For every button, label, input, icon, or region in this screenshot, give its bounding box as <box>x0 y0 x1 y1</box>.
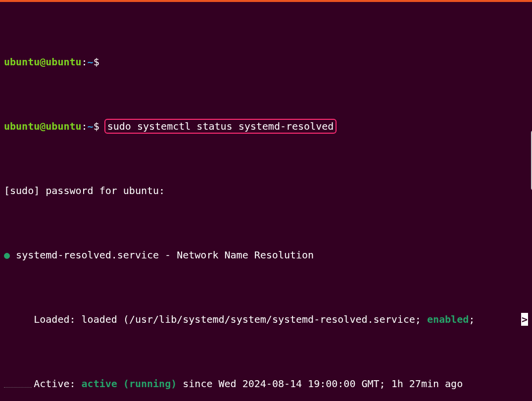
overflow-icon: > <box>521 313 528 326</box>
active-label: Active: <box>34 377 75 390</box>
loaded-row: Loaded: loaded (/usr/lib/systemd/system/… <box>4 313 528 326</box>
dollar-icon: $ <box>94 120 99 133</box>
prompt-path: ~ <box>88 55 94 68</box>
terminal[interactable]: ubuntu@ubuntu:~$ ubuntu@ubuntu:~$ sudo s… <box>0 0 532 401</box>
prompt-at-icon: @ <box>40 120 46 133</box>
sudo-prompt: [sudo] password for ubuntu: <box>4 184 528 197</box>
prompt-line-cmd: ubuntu@ubuntu:~$ sudo systemctl status s… <box>4 120 528 133</box>
service-name: systemd-resolved.service - Network Name … <box>16 249 314 261</box>
prompt-user: ubuntu <box>4 55 40 68</box>
command-highlight: sudo systemctl status systemd-resolved <box>104 119 337 134</box>
prompt-path: ~ <box>88 120 94 133</box>
prompt-line-prev: ubuntu@ubuntu:~$ <box>4 55 528 68</box>
prompt-at-icon: @ <box>40 55 46 68</box>
command-text: sudo systemctl status systemd-resolved <box>107 120 334 132</box>
loaded-value: loaded (/usr/lib/systemd/system/systemd-… <box>82 313 421 326</box>
colon: : <box>82 55 88 68</box>
service-header: ● systemd-resolved.service - Network Nam… <box>4 249 528 261</box>
status-dot-icon: ● <box>4 249 10 261</box>
prompt-host: ubuntu <box>46 120 81 133</box>
enabled-state: enabled <box>427 313 469 326</box>
loaded-label: Loaded: <box>34 313 75 326</box>
active-state: active (running) <box>82 377 177 390</box>
prompt-host: ubuntu <box>46 55 81 68</box>
active-since: since Wed 2024-08-14 19:00:00 GMT; 1h 27… <box>177 377 463 390</box>
colon: : <box>82 120 88 133</box>
active-row: Active: active (running) since Wed 2024-… <box>4 377 528 390</box>
dollar-icon: $ <box>94 55 99 68</box>
prompt-user: ubuntu <box>4 120 40 133</box>
